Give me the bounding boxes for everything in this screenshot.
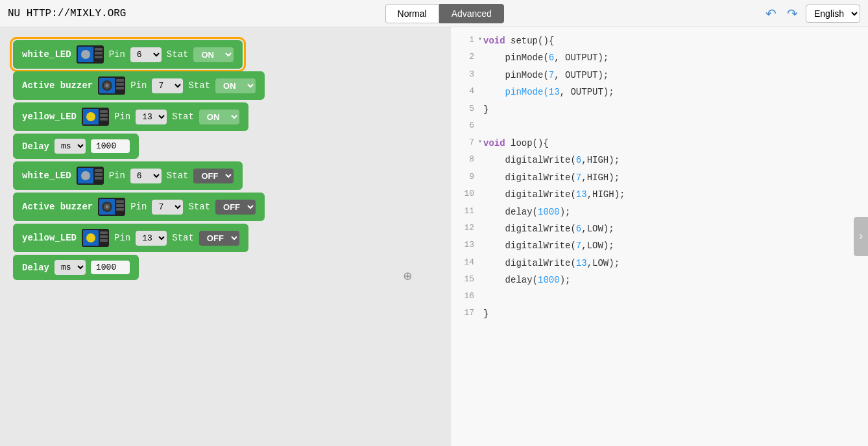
line-number: 14 [451,255,483,270]
line-number: 6 [451,118,483,133]
pin-select-4[interactable]: 6713 [130,169,162,183]
delay-1[interactable]: Delay mss [13,134,139,159]
code-line: 2 pinMode(6, OUTPUT); [451,49,868,66]
code-area: 1▾void setup(){2 pinMode(6, OUTPUT);3 pi… [451,27,868,328]
code-line: 12 digitalWrite(6,LOW); [451,220,868,237]
svg-rect-11 [116,79,124,82]
white-led-on-block[interactable]: white_LED Pin 6713 [13,40,243,69]
line-number: 8 [451,152,483,167]
code-token: digitalWrite( [483,224,576,234]
code-line: 14 digitalWrite(13,LOW); [451,255,868,272]
expand-panel-button[interactable]: › [854,217,868,256]
code-token: 7 [549,70,554,80]
svg-rect-19 [100,118,108,121]
code-panel: 1▾void setup(){2 pinMode(6, OUTPUT);3 pi… [451,27,868,446]
stat-select-1[interactable]: ONOFF [193,47,234,62]
white-led-off-icon [77,167,104,185]
undo-button[interactable]: ↶ [763,5,779,23]
yellow-led-icon [82,108,109,126]
advanced-mode-button[interactable]: Advanced [439,4,504,23]
code-token: void [483,36,505,46]
language-select[interactable]: English 中文 [806,5,860,23]
blocks-panel: white_LED Pin 6713 [0,27,451,446]
stat-select-3[interactable]: ONOFF [199,110,239,124]
code-token: ,LOW); [581,224,614,234]
code-content: digitalWrite(6,HIGH); [483,152,868,169]
stat-select-4[interactable]: OFFON [193,169,234,183]
code-token: digitalWrite( [483,172,576,183]
fold-arrow-icon[interactable]: ▾ [478,34,482,45]
code-token: ,HIGH); [587,189,625,200]
code-token: , OUTPUT); [554,70,609,80]
pin-select-2[interactable]: 7613 [152,78,183,93]
buzzer-icon [98,76,125,95]
code-token: 7 [576,241,581,251]
block-group-2: Active buzzer Pin [13,71,438,131]
code-token: 6 [549,53,554,63]
code-token: pinMode( [483,87,549,97]
code-token: delay( [483,275,538,285]
delay-value-2[interactable] [91,261,130,274]
svg-rect-3 [95,48,102,51]
fold-arrow-icon[interactable]: ▾ [478,137,482,147]
code-token: 7 [576,172,581,183]
delay-value-1[interactable] [91,139,130,153]
line-number: 7▾ [451,135,483,150]
pin-select-1[interactable]: 6713 [130,47,162,62]
svg-rect-17 [100,110,108,113]
code-content: digitalWrite(13,HIGH); [483,186,868,203]
code-line: 11 delay(1000); [451,204,868,220]
code-token: 13 [549,87,560,97]
code-line: 3 pinMode(7, OUTPUT); [451,67,868,84]
stat-select-2[interactable]: ONOFF [215,78,256,93]
active-buzzer-off-label: Active buzzer [22,202,93,212]
svg-rect-38 [100,235,108,238]
code-token: ); [560,275,571,285]
code-line: 15 delay(1000); [451,272,868,288]
code-line: 1▾void setup(){ [451,32,868,49]
pin-select-6[interactable]: 1367 [136,231,167,246]
code-content [483,118,868,121]
code-token: pinMode( [483,70,549,80]
active-buzzer-on-block[interactable]: Active buzzer Pin [13,71,265,100]
code-content: digitalWrite(13,LOW); [483,255,868,272]
code-token: 6 [576,155,581,165]
code-content: void loop(){ [483,135,868,152]
topbar: NU HTTP://MIXLY.ORG Normal Advanced ↶ ↷ … [0,0,868,27]
yellow-led-on-block[interactable]: yellow_LED Pin 1367 [13,102,248,131]
white-led-off-block[interactable]: white_LED Pin 6713 [13,161,243,190]
delay-unit-2[interactable]: mss [54,260,86,275]
code-token: loop(){ [505,138,549,148]
svg-point-36 [86,233,95,242]
stat-select-5[interactable]: OFFON [215,200,256,215]
delay-2[interactable]: Delay mss [13,255,139,280]
white-led-icon [77,45,104,64]
line-number: 3 [451,67,483,82]
normal-mode-button[interactable]: Normal [385,4,439,23]
svg-rect-25 [95,177,102,180]
pin-select-5[interactable]: 7613 [152,200,183,215]
stat-select-6[interactable]: OFFON [199,231,239,246]
svg-point-30 [106,205,108,208]
code-token: 13 [576,189,587,200]
topbar-right: ↶ ↷ English 中文 [763,5,860,23]
active-buzzer-off-block[interactable]: Active buzzer Pin [13,193,265,221]
delay-unit-1[interactable]: mss [54,139,86,154]
code-token: digitalWrite( [483,189,576,200]
code-token: } [483,104,488,115]
redo-button[interactable]: ↷ [784,5,801,23]
code-content: void setup(){ [483,32,868,49]
pin-label-4: Pin [109,170,125,181]
code-content: delay(1000); [483,272,868,288]
pin-select-3[interactable]: 1367 [136,110,167,124]
code-content: pinMode(6, OUTPUT); [483,49,868,66]
svg-point-10 [106,84,108,87]
line-number: 4 [451,84,483,99]
yellow-led-off-block[interactable]: yellow_LED Pin 1367 [13,224,248,252]
buzzer-off-icon [98,198,125,216]
code-token: void [483,138,505,148]
code-token: ,HIGH); [581,172,620,183]
code-token: setup(){ [505,36,555,46]
pin-label-1: Pin [109,49,125,60]
code-token: 1000 [538,275,560,285]
